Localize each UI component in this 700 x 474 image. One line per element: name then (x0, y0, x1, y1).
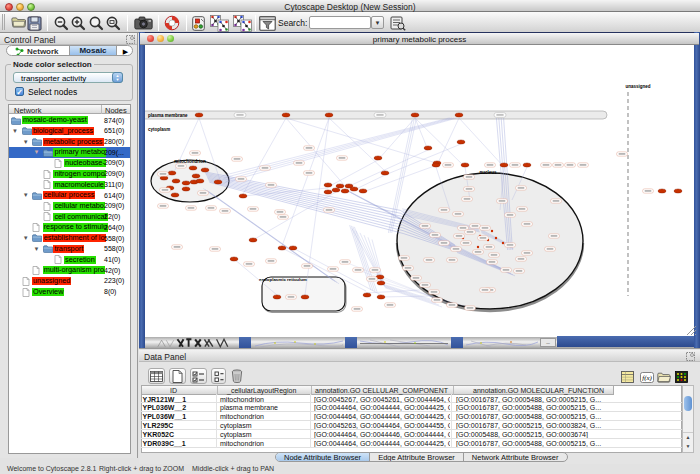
svg-text:plasma membrane: plasma membrane (148, 113, 188, 118)
svg-text:unassigned: unassigned (625, 84, 650, 89)
svg-text:endoplasmic reticulum: endoplasmic reticulum (259, 277, 307, 282)
svg-text:nucleus: nucleus (479, 170, 497, 175)
svg-text:f(x): f(x) (642, 374, 652, 382)
svg-text:cytoplasm: cytoplasm (148, 127, 170, 132)
